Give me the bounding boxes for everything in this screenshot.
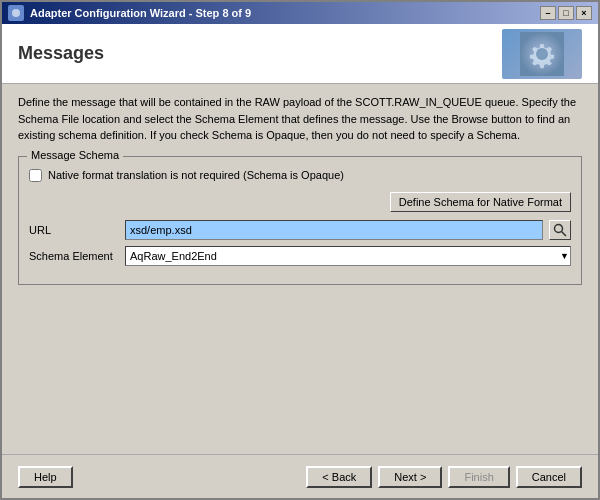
next-button[interactable]: Next > bbox=[378, 466, 442, 488]
gear-icon bbox=[520, 32, 564, 76]
opaque-checkbox-row: Native format translation is not require… bbox=[29, 169, 571, 182]
title-bar: Adapter Configuration Wizard - Step 8 of… bbox=[2, 2, 598, 24]
search-icon bbox=[553, 223, 567, 237]
maximize-button[interactable]: □ bbox=[558, 6, 574, 20]
group-legend: Message Schema bbox=[27, 149, 123, 161]
footer: Help < Back Next > Finish Cancel bbox=[2, 454, 598, 498]
finish-button[interactable]: Finish bbox=[448, 466, 509, 488]
url-input[interactable] bbox=[125, 220, 543, 240]
schema-element-select[interactable]: AqRaw_End2End Option2 Option3 bbox=[125, 246, 571, 266]
footer-left: Help bbox=[18, 466, 73, 488]
description-text: Define the message that will be containe… bbox=[18, 94, 582, 144]
svg-point-1 bbox=[12, 9, 20, 17]
svg-point-4 bbox=[555, 224, 563, 232]
define-btn-row: Define Schema for Native Format bbox=[29, 192, 571, 212]
window-title: Adapter Configuration Wizard - Step 8 of… bbox=[30, 7, 251, 19]
cancel-button[interactable]: Cancel bbox=[516, 466, 582, 488]
page-title: Messages bbox=[18, 43, 104, 64]
help-button[interactable]: Help bbox=[18, 466, 73, 488]
url-label: URL bbox=[29, 224, 119, 236]
back-button[interactable]: < Back bbox=[306, 466, 372, 488]
schema-element-row: Schema Element AqRaw_End2End Option2 Opt… bbox=[29, 246, 571, 266]
title-bar-left: Adapter Configuration Wizard - Step 8 of… bbox=[8, 5, 251, 21]
footer-right: < Back Next > Finish Cancel bbox=[306, 466, 582, 488]
header-icon-area bbox=[502, 29, 582, 79]
minimize-button[interactable]: – bbox=[540, 6, 556, 20]
opaque-checkbox[interactable] bbox=[29, 169, 42, 182]
url-row: URL bbox=[29, 220, 571, 240]
message-schema-group: Message Schema Native format translation… bbox=[18, 156, 582, 285]
content-area: Define the message that will be containe… bbox=[2, 84, 598, 454]
browse-button[interactable] bbox=[549, 220, 571, 240]
svg-point-3 bbox=[536, 48, 548, 60]
close-button[interactable]: × bbox=[576, 6, 592, 20]
app-icon bbox=[8, 5, 24, 21]
svg-line-5 bbox=[562, 231, 567, 236]
main-window: Adapter Configuration Wizard - Step 8 of… bbox=[0, 0, 600, 500]
opaque-checkbox-label: Native format translation is not require… bbox=[48, 169, 344, 181]
schema-element-label: Schema Element bbox=[29, 250, 119, 262]
header-banner: Messages bbox=[2, 24, 598, 84]
define-schema-button[interactable]: Define Schema for Native Format bbox=[390, 192, 571, 212]
schema-element-select-wrapper: AqRaw_End2End Option2 Option3 ▼ bbox=[125, 246, 571, 266]
title-bar-buttons: – □ × bbox=[540, 6, 592, 20]
